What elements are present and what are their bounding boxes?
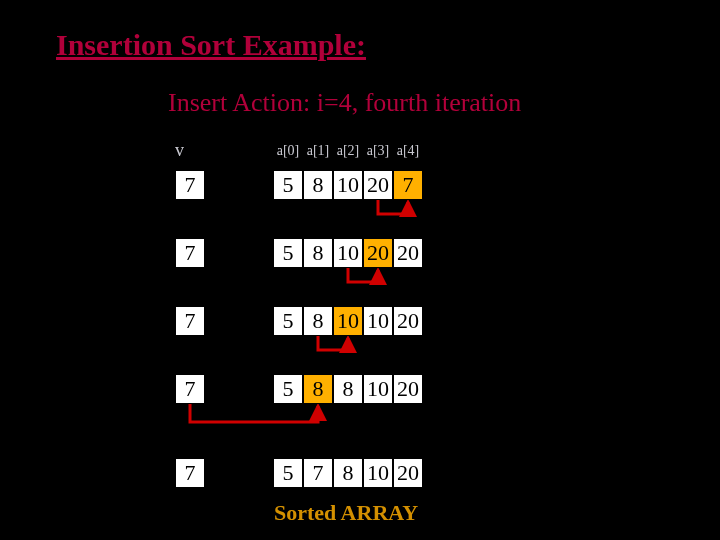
page-subtitle: Insert Action: i=4, fourth iteration [168,88,521,118]
array-cell: 5 [273,170,303,200]
step-row-1: 7 5 8 10 20 20 [175,238,423,268]
array-row: 5 8 10 20 7 [273,170,423,200]
array-cell: 10 [363,374,393,404]
v-value: 7 [175,306,205,336]
v-value: 7 [175,238,205,268]
header-v: v [175,140,205,161]
array-cell: 10 [363,306,393,336]
array-cell: 5 [273,306,303,336]
insert-arrow-icon [175,404,335,440]
step-row-0: 7 5 8 10 20 7 [175,170,423,200]
array-cell: 7 [393,170,423,200]
array-cell: 8 [303,170,333,200]
array-cell: 10 [363,458,393,488]
array-cell: 10 [333,306,363,336]
shift-arrow-icon [363,200,423,232]
array-cell: 10 [333,238,363,268]
array-cell: 8 [333,374,363,404]
header-a0: a[0] [273,143,303,159]
column-headers: v a[0] a[1] a[2] a[3] a[4] [175,140,423,161]
array-cell: 20 [393,458,423,488]
array-cell: 5 [273,238,303,268]
step-row-4: 7 5 7 8 10 20 [175,458,423,488]
array-row: 5 8 10 10 20 [273,306,423,336]
array-cell: 5 [273,458,303,488]
array-cell: 5 [273,374,303,404]
array-cell: 8 [303,306,333,336]
header-a1: a[1] [303,143,333,159]
v-value: 7 [175,458,205,488]
step-row-2: 7 5 8 10 10 20 [175,306,423,336]
header-a4: a[4] [393,143,423,159]
array-cell: 20 [363,238,393,268]
header-a3: a[3] [363,143,393,159]
shift-arrow-icon [303,336,363,368]
array-cell: 8 [303,374,333,404]
header-a2: a[2] [333,143,363,159]
array-row: 5 7 8 10 20 [273,458,423,488]
array-cell: 8 [303,238,333,268]
array-row: 5 8 8 10 20 [273,374,423,404]
v-value: 7 [175,170,205,200]
page-title: Insertion Sort Example: [56,28,366,62]
array-cell: 8 [333,458,363,488]
array-cell: 20 [393,374,423,404]
array-cell: 20 [393,238,423,268]
array-cell: 20 [363,170,393,200]
step-row-3: 7 5 8 8 10 20 [175,374,423,404]
array-cell: 20 [393,306,423,336]
v-value: 7 [175,374,205,404]
sorted-label: Sorted ARRAY [274,500,418,526]
shift-arrow-icon [333,268,393,300]
array-cell: 10 [333,170,363,200]
array-row: 5 8 10 20 20 [273,238,423,268]
array-cell: 7 [303,458,333,488]
